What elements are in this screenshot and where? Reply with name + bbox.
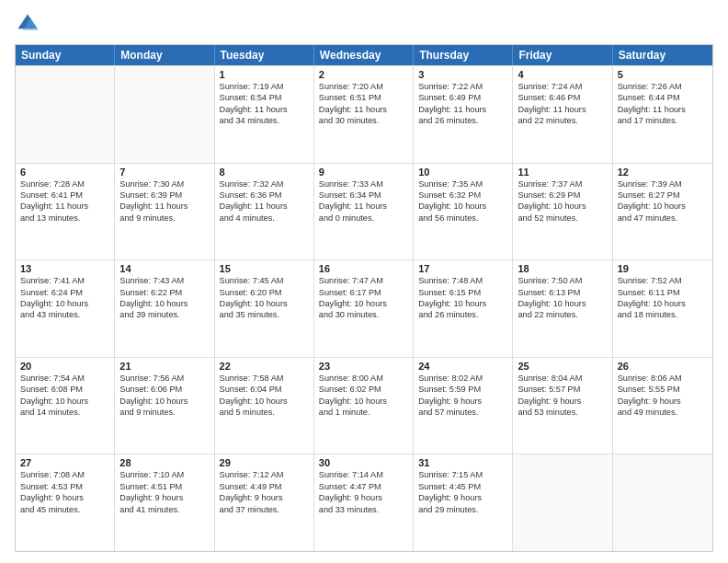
- cell-line: Sunrise: 7:10 AM: [119, 469, 209, 480]
- cell-line: and 53 minutes.: [518, 407, 607, 418]
- header-day-wednesday: Wednesday: [314, 45, 414, 65]
- cell-line: Sunrise: 7:15 AM: [418, 469, 507, 480]
- day-number: 27: [20, 457, 109, 468]
- day-number: 1: [220, 69, 309, 80]
- cell-line: Daylight: 10 hours: [20, 396, 109, 407]
- day-number: 8: [220, 167, 309, 178]
- cell-line: Sunrise: 7:22 AM: [418, 81, 507, 92]
- calendar-row-4: 27Sunrise: 7:08 AMSunset: 4:53 PMDayligh…: [16, 454, 712, 551]
- day-number: 28: [119, 457, 209, 468]
- cal-cell-8: 8Sunrise: 7:32 AMSunset: 6:36 PMDaylight…: [215, 164, 314, 260]
- cell-line: Sunset: 6:06 PM: [119, 384, 209, 395]
- cell-line: Sunrise: 7:58 AM: [220, 373, 309, 384]
- day-number: 12: [618, 167, 708, 178]
- cell-line: and 43 minutes.: [20, 309, 109, 320]
- day-number: 19: [618, 263, 708, 274]
- cell-line: Daylight: 11 hours: [319, 104, 408, 115]
- cell-line: Daylight: 10 hours: [518, 298, 607, 309]
- day-number: 5: [618, 69, 708, 80]
- day-number: 17: [418, 263, 507, 274]
- cal-cell-1: 1Sunrise: 7:19 AMSunset: 6:54 PMDaylight…: [215, 66, 314, 163]
- cell-line: and 9 minutes.: [119, 213, 209, 224]
- cell-line: Sunset: 4:47 PM: [319, 481, 408, 492]
- cal-cell-29: 29Sunrise: 7:12 AMSunset: 4:49 PMDayligh…: [215, 454, 314, 551]
- cal-cell-28: 28Sunrise: 7:10 AMSunset: 4:51 PMDayligh…: [115, 454, 214, 551]
- cell-line: Sunset: 5:55 PM: [618, 384, 708, 395]
- cell-line: Daylight: 10 hours: [518, 201, 607, 212]
- day-number: 10: [418, 167, 507, 178]
- cell-line: Sunset: 6:54 PM: [220, 92, 309, 103]
- cell-line: Sunrise: 7:43 AM: [119, 275, 209, 286]
- cal-cell-22: 22Sunrise: 7:58 AMSunset: 6:04 PMDayligh…: [215, 358, 314, 454]
- calendar-header: SundayMondayTuesdayWednesdayThursdayFrid…: [16, 45, 712, 65]
- cal-cell-31: 31Sunrise: 7:15 AMSunset: 4:45 PMDayligh…: [414, 454, 513, 551]
- header-day-monday: Monday: [115, 45, 214, 65]
- cell-line: Daylight: 10 hours: [319, 396, 408, 407]
- cell-line: and 57 minutes.: [418, 407, 507, 418]
- day-number: 4: [518, 69, 607, 80]
- cell-line: and 22 minutes.: [518, 309, 607, 320]
- day-number: 16: [319, 263, 408, 274]
- day-number: 29: [220, 457, 309, 468]
- cal-cell-21: 21Sunrise: 7:56 AMSunset: 6:06 PMDayligh…: [115, 358, 214, 454]
- cell-line: Sunset: 4:45 PM: [418, 481, 507, 492]
- cell-line: and 18 minutes.: [618, 309, 708, 320]
- cell-line: and 5 minutes.: [220, 407, 309, 418]
- cell-line: Daylight: 9 hours: [20, 492, 109, 503]
- cal-cell-15: 15Sunrise: 7:45 AMSunset: 6:20 PMDayligh…: [215, 260, 314, 357]
- cell-line: Sunrise: 7:20 AM: [319, 81, 408, 92]
- cell-line: Daylight: 11 hours: [220, 201, 309, 212]
- cell-line: Sunrise: 8:06 AM: [618, 373, 708, 384]
- cell-line: Sunrise: 7:52 AM: [618, 275, 708, 286]
- cal-cell-25: 25Sunrise: 8:04 AMSunset: 5:57 PMDayligh…: [513, 358, 612, 454]
- cell-line: Sunrise: 7:50 AM: [518, 275, 607, 286]
- cell-line: Sunset: 6:15 PM: [418, 287, 507, 298]
- cell-line: Daylight: 9 hours: [518, 396, 607, 407]
- cell-line: Daylight: 10 hours: [220, 298, 309, 309]
- day-number: 22: [220, 361, 309, 372]
- cal-cell-26: 26Sunrise: 8:06 AMSunset: 5:55 PMDayligh…: [613, 358, 712, 454]
- cell-line: Daylight: 10 hours: [618, 298, 708, 309]
- cell-line: Sunset: 6:51 PM: [319, 92, 408, 103]
- cell-line: and 26 minutes.: [418, 115, 507, 126]
- cell-line: Daylight: 11 hours: [319, 201, 408, 212]
- cell-line: Sunset: 6:41 PM: [20, 190, 109, 201]
- day-number: 18: [518, 263, 607, 274]
- cal-cell-2: 2Sunrise: 7:20 AMSunset: 6:51 PMDaylight…: [314, 66, 414, 163]
- cell-line: Sunset: 6:13 PM: [518, 287, 607, 298]
- day-number: 11: [518, 167, 607, 178]
- cell-line: Sunset: 5:57 PM: [518, 384, 607, 395]
- cell-line: Sunset: 6:24 PM: [20, 287, 109, 298]
- logo-icon: [15, 11, 40, 37]
- cell-line: Sunrise: 7:48 AM: [418, 275, 507, 286]
- cell-line: Sunrise: 7:19 AM: [220, 81, 309, 92]
- cell-line: Sunrise: 7:12 AM: [220, 469, 309, 480]
- cell-line: Sunset: 6:08 PM: [20, 384, 109, 395]
- header: [15, 11, 713, 37]
- cell-line: Daylight: 10 hours: [418, 298, 507, 309]
- cell-line: and 4 minutes.: [220, 213, 309, 224]
- cell-line: Sunrise: 7:30 AM: [119, 178, 209, 190]
- cell-line: Daylight: 10 hours: [20, 298, 109, 309]
- cell-line: Sunrise: 7:32 AM: [220, 178, 309, 190]
- cell-line: Sunset: 6:44 PM: [618, 92, 708, 103]
- day-number: 20: [20, 361, 109, 372]
- cell-line: and 1 minute.: [319, 407, 408, 418]
- cell-line: Sunset: 5:59 PM: [418, 384, 507, 395]
- cell-line: Sunrise: 7:08 AM: [20, 469, 109, 480]
- cal-cell-10: 10Sunrise: 7:35 AMSunset: 6:32 PMDayligh…: [414, 164, 513, 260]
- cal-cell-13: 13Sunrise: 7:41 AMSunset: 6:24 PMDayligh…: [16, 260, 115, 357]
- cell-line: and 45 minutes.: [20, 504, 109, 515]
- cell-line: Sunrise: 7:41 AM: [20, 275, 109, 286]
- cell-line: Daylight: 10 hours: [119, 396, 209, 407]
- cell-line: Daylight: 11 hours: [418, 104, 507, 115]
- calendar-body: 1Sunrise: 7:19 AMSunset: 6:54 PMDaylight…: [16, 65, 712, 551]
- cell-line: Sunrise: 7:28 AM: [20, 178, 109, 190]
- cal-cell-14: 14Sunrise: 7:43 AMSunset: 6:22 PMDayligh…: [115, 260, 214, 357]
- cell-line: and 34 minutes.: [220, 115, 309, 126]
- cell-line: and 41 minutes.: [119, 504, 209, 515]
- cell-line: Sunset: 6:49 PM: [418, 92, 507, 103]
- cell-line: Sunset: 4:53 PM: [20, 481, 109, 492]
- cell-line: Sunrise: 7:24 AM: [518, 81, 607, 92]
- calendar-row-2: 13Sunrise: 7:41 AMSunset: 6:24 PMDayligh…: [16, 259, 712, 357]
